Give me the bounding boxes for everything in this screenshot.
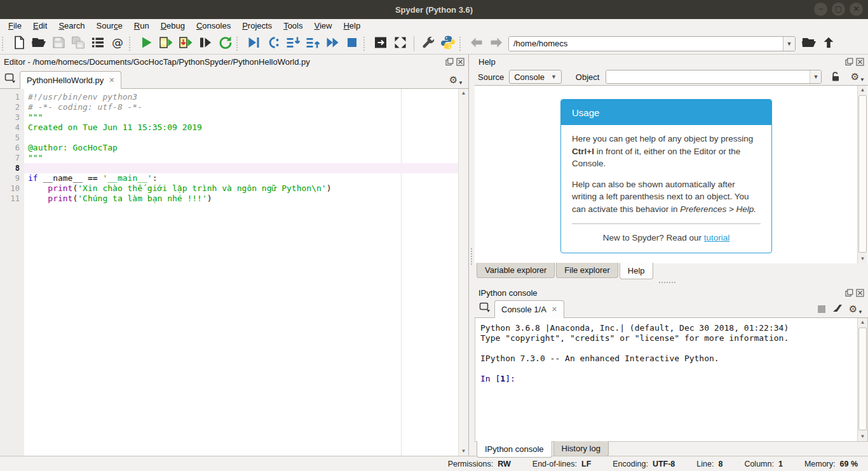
vertical-splitter[interactable] bbox=[469, 55, 475, 456]
code-editor[interactable]: 1#!/usr/bin/env python32# -*- coding: ut… bbox=[0, 89, 468, 456]
debug-step-into-button[interactable] bbox=[283, 34, 302, 53]
menu-file[interactable]: File bbox=[3, 19, 27, 33]
console-undock-icon[interactable] bbox=[844, 288, 853, 297]
editor-file-tab[interactable]: PythonHelloWorld.py ✕ bbox=[20, 71, 121, 89]
editor-options-button[interactable]: ⚙▼ bbox=[449, 74, 463, 86]
run-selection-icon bbox=[198, 35, 213, 53]
tutorial-link[interactable]: tutorial bbox=[704, 233, 730, 242]
open-file-button[interactable] bbox=[29, 34, 48, 53]
forward-button[interactable] bbox=[486, 34, 506, 53]
run-selection-button[interactable] bbox=[195, 34, 215, 53]
scroll-up-icon[interactable]: ▲ bbox=[858, 318, 867, 327]
horizontal-splitter[interactable] bbox=[475, 279, 868, 286]
pythonpath-icon bbox=[440, 35, 456, 53]
gear-icon: ⚙ bbox=[449, 74, 458, 85]
menu-projects[interactable]: Projects bbox=[236, 19, 278, 33]
code-line: 10 print('Xin chào thế giới lập trình và… bbox=[0, 183, 459, 194]
menu-source[interactable]: Source bbox=[91, 19, 128, 33]
menu-edit[interactable]: Edit bbox=[27, 19, 53, 33]
object-combo[interactable]: ▼ bbox=[606, 70, 822, 84]
forward-icon bbox=[489, 35, 504, 53]
run-file-button[interactable] bbox=[136, 34, 156, 53]
working-directory-combo[interactable]: ▼ bbox=[508, 36, 796, 51]
chevron-down-icon: ▼ bbox=[810, 70, 821, 83]
console-lines: Python 3.6.8 |Anaconda, Inc.| (default, … bbox=[475, 323, 853, 384]
pythonpath-button[interactable] bbox=[438, 34, 458, 53]
chevron-down-icon: ▼ bbox=[860, 77, 865, 83]
menu-search[interactable]: Search bbox=[53, 19, 90, 33]
editor-scrollbar[interactable]: ▲ ▼ bbox=[458, 89, 468, 456]
debug-file-button[interactable] bbox=[243, 34, 263, 53]
rerun-cell-button[interactable] bbox=[215, 34, 234, 53]
save-button[interactable] bbox=[48, 34, 68, 53]
menu-consoles[interactable]: Consoles bbox=[191, 19, 236, 33]
menu-run[interactable]: Run bbox=[128, 19, 155, 33]
file-switcher-button[interactable] bbox=[88, 34, 107, 53]
working-directory-dropdown[interactable]: ▼ bbox=[783, 37, 795, 51]
menu-tools[interactable]: Tools bbox=[278, 19, 308, 33]
close-button[interactable]: ✕ bbox=[850, 3, 863, 16]
tab-help[interactable]: Help bbox=[620, 263, 653, 279]
run-cell-advance-button[interactable] bbox=[175, 34, 195, 53]
save-all-button[interactable] bbox=[68, 34, 88, 53]
scroll-down-icon[interactable]: ▼ bbox=[858, 432, 867, 441]
help-close-icon[interactable] bbox=[855, 57, 864, 66]
maximize-button[interactable]: ▢ bbox=[832, 3, 845, 16]
menu-view[interactable]: View bbox=[308, 19, 337, 33]
preferences-button[interactable] bbox=[418, 34, 438, 53]
debug-continue-button[interactable] bbox=[322, 34, 342, 53]
clear-console-button[interactable] bbox=[832, 303, 843, 315]
menu-debug[interactable]: Debug bbox=[155, 19, 191, 33]
tab-history-log[interactable]: History log bbox=[553, 441, 609, 456]
titlebar: Spyder (Python 3.6) − ▢ ✕ bbox=[0, 0, 868, 19]
scroll-thumb[interactable] bbox=[858, 95, 867, 253]
menu-help[interactable]: Help bbox=[337, 19, 366, 33]
editor-close-icon[interactable] bbox=[456, 57, 465, 66]
console-close-icon[interactable] bbox=[855, 288, 864, 297]
new-file-button[interactable] bbox=[9, 34, 29, 53]
console-output[interactable]: Python 3.6.8 |Anaconda, Inc.| (default, … bbox=[475, 318, 868, 442]
interrupt-kernel-icon[interactable] bbox=[818, 305, 825, 313]
editor-undock-icon[interactable] bbox=[445, 57, 454, 66]
debug-stop-button[interactable] bbox=[342, 34, 362, 53]
maximize-pane-button[interactable] bbox=[370, 34, 390, 53]
scroll-down-icon[interactable]: ▼ bbox=[858, 255, 867, 263]
help-options-button[interactable]: ⚙▼ bbox=[851, 71, 865, 83]
lock-icon[interactable] bbox=[831, 72, 840, 83]
console-scrollbar[interactable]: ▲ ▼ bbox=[857, 318, 867, 441]
tab-ipython-console[interactable]: IPython console bbox=[477, 441, 552, 458]
console-browse-tabs-button[interactable] bbox=[477, 300, 493, 317]
editor-tab-close-icon[interactable]: ✕ bbox=[109, 77, 114, 84]
up-arrow-icon bbox=[822, 36, 836, 52]
debug-step-button[interactable] bbox=[263, 34, 283, 53]
help-undock-icon[interactable] bbox=[844, 57, 853, 66]
toolbar-separator bbox=[459, 37, 465, 51]
scroll-up-icon[interactable]: ▲ bbox=[459, 89, 468, 98]
editor-browse-tabs-button[interactable] bbox=[2, 71, 18, 88]
minimize-button[interactable]: − bbox=[814, 3, 827, 16]
tab-variable-explorer[interactable]: Variable explorer bbox=[477, 263, 555, 278]
console-panel-title: IPython console bbox=[478, 288, 844, 298]
fullscreen-button[interactable] bbox=[390, 34, 410, 53]
scroll-up-icon[interactable]: ▲ bbox=[858, 86, 867, 95]
source-combo[interactable]: Console ▼ bbox=[509, 70, 562, 84]
code-line: 2# -*- coding: utf-8 -*- bbox=[0, 102, 459, 112]
tab-file-explorer[interactable]: File explorer bbox=[556, 263, 618, 278]
object-input[interactable] bbox=[606, 70, 810, 83]
scroll-down-icon[interactable]: ▼ bbox=[459, 447, 468, 456]
console-tab[interactable]: Console 1/A ✕ bbox=[494, 300, 564, 318]
new-file-icon bbox=[11, 35, 27, 53]
console-options-button[interactable]: ⚙▼ bbox=[849, 303, 863, 315]
browse-directory-button[interactable] bbox=[799, 34, 818, 53]
help-scrollbar[interactable]: ▲ ▼ bbox=[857, 86, 867, 263]
run-cell-advance-icon bbox=[178, 35, 193, 53]
usage-box-title: Usage bbox=[561, 100, 771, 125]
parent-directory-button[interactable] bbox=[818, 34, 838, 53]
run-cell-button[interactable] bbox=[156, 34, 175, 53]
back-button[interactable] bbox=[466, 34, 486, 53]
find-symbols-button[interactable]: @ bbox=[107, 34, 127, 53]
console-tab-close-icon[interactable]: ✕ bbox=[552, 306, 557, 313]
debug-step-out-button[interactable] bbox=[302, 34, 322, 53]
working-directory-input[interactable] bbox=[509, 37, 783, 51]
scroll-thumb[interactable] bbox=[858, 328, 867, 430]
